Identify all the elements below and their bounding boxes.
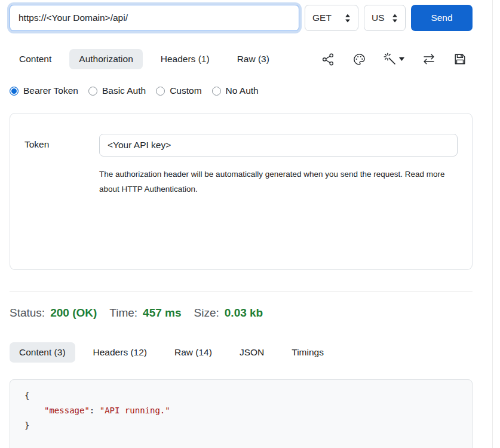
time-value: 457 ms (143, 306, 181, 320)
token-input[interactable] (99, 134, 458, 157)
auth-help-text: The authorization header will be automat… (99, 167, 458, 197)
tab-headers[interactable]: Headers (1) (151, 49, 219, 69)
code-line: } (24, 418, 472, 433)
method-select[interactable]: GET (305, 5, 358, 31)
token-form-row: Token The authorization header will be a… (24, 134, 458, 197)
status-value: 200 (OK) (50, 306, 97, 320)
select-updown-icon (392, 14, 398, 23)
response-body: { "message": "API running." } (10, 379, 473, 448)
size-label: Size: (194, 306, 219, 320)
radio-bearer-token[interactable]: Bearer Token (10, 85, 78, 96)
share-icon[interactable] (321, 53, 335, 66)
resp-tab-headers[interactable]: Headers (12) (84, 342, 157, 363)
status-label: Status: (10, 306, 45, 320)
tab-authorization[interactable]: Authorization (69, 49, 142, 69)
request-bar: GET US Send (10, 0, 473, 31)
json-brace: } (24, 421, 29, 430)
tab-content[interactable]: Content (10, 49, 61, 69)
toolbar (321, 52, 473, 66)
radio-label: Custom (170, 85, 201, 96)
resp-tab-raw[interactable]: Raw (14) (165, 342, 222, 363)
method-select-value: GET (312, 13, 332, 23)
main-column: GET US Send Content Authorization Header… (10, 0, 473, 448)
radio-unselected-icon (88, 87, 97, 96)
auth-panel: Token The authorization header will be a… (10, 113, 473, 270)
code-line: { (24, 388, 472, 403)
region-select[interactable]: US (364, 5, 406, 31)
palette-icon[interactable] (352, 53, 366, 66)
token-label: Token (24, 134, 99, 197)
caret-down-icon (399, 57, 404, 61)
radio-label: No Auth (226, 85, 259, 96)
swap-arrows-icon[interactable] (422, 52, 436, 66)
url-input[interactable] (10, 5, 299, 31)
select-updown-icon (345, 14, 351, 23)
json-separator: : (90, 406, 100, 415)
size-value: 0.03 kb (225, 306, 263, 320)
json-key: "message" (44, 406, 90, 415)
send-button[interactable]: Send (411, 5, 473, 31)
tab-raw[interactable]: Raw (3) (228, 49, 279, 69)
token-field-column: The authorization header will be automat… (99, 134, 458, 197)
radio-custom[interactable]: Custom (156, 85, 201, 96)
time-label: Time: (109, 306, 137, 320)
radio-basic-auth[interactable]: Basic Auth (88, 85, 146, 96)
rest-client-page: GET US Send Content Authorization Header… (0, 0, 500, 448)
radio-no-auth[interactable]: No Auth (212, 85, 259, 96)
auth-type-options: Bearer Token Basic Auth Custom No Auth (10, 85, 473, 96)
resp-tab-content[interactable]: Content (3) (10, 342, 75, 363)
request-tabs: Content Authorization Headers (1) Raw (3… (10, 49, 279, 69)
radio-selected-icon (10, 87, 19, 96)
radio-unselected-icon (212, 87, 221, 96)
resp-tab-timings[interactable]: Timings (282, 342, 333, 363)
radio-label: Bearer Token (23, 85, 78, 96)
magic-wand-dropdown-icon[interactable] (384, 53, 404, 66)
code-line: "message": "API running." (24, 403, 472, 418)
radio-unselected-icon (156, 87, 165, 96)
radio-label: Basic Auth (102, 85, 146, 96)
section-divider (10, 291, 473, 291)
column-divider (492, 0, 493, 448)
request-tabs-row: Content Authorization Headers (1) Raw (3… (10, 49, 473, 69)
resp-tab-json[interactable]: JSON (230, 342, 274, 363)
json-value: "API running." (100, 406, 170, 415)
json-brace: { (24, 391, 29, 400)
region-select-value: US (372, 13, 385, 23)
response-status-line: Status: 200 (OK) Time: 457 ms Size: 0.03… (10, 306, 473, 320)
save-icon[interactable] (453, 53, 467, 66)
response-tabs: Content (3) Headers (12) Raw (14) JSON T… (10, 342, 473, 363)
